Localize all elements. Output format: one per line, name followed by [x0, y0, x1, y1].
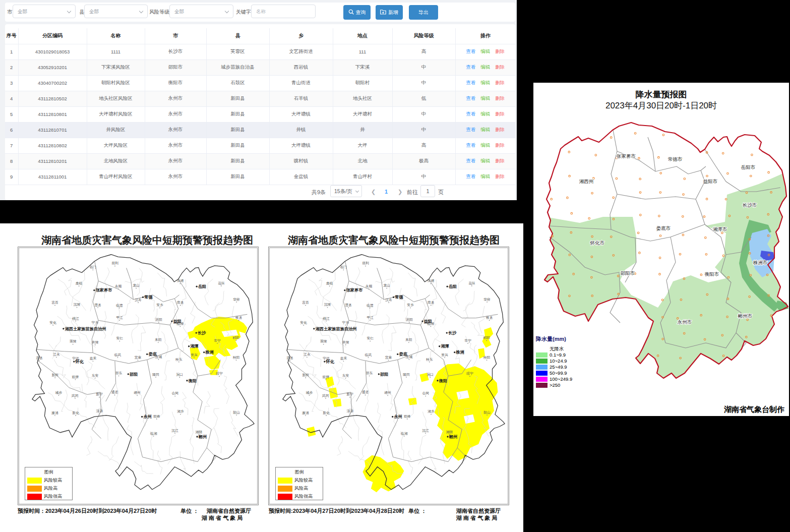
svg-text:安仁: 安仁	[116, 336, 123, 340]
svg-text:安化: 安化	[49, 321, 56, 325]
svg-text:石门: 石门	[89, 265, 96, 269]
svg-text:会同: 会同	[422, 391, 429, 395]
svg-text:炎陵: 炎陵	[92, 340, 99, 344]
svg-text:永州市: 永州市	[677, 319, 692, 325]
svg-text:岳阳: 岳阳	[198, 284, 206, 289]
svg-text:溆浦: 溆浦	[302, 411, 309, 415]
svg-text:临武: 临武	[114, 353, 121, 357]
svg-text:靖州: 靖州	[134, 391, 141, 394]
svg-text:华容: 华容	[233, 298, 240, 302]
svg-text:娄底市: 娄底市	[656, 225, 671, 231]
svg-text:城步: 城步	[55, 391, 63, 395]
svg-text:隆回: 隆回	[403, 373, 410, 377]
svg-text:娄底: 娄底	[399, 351, 407, 357]
svg-text:韶山: 韶山	[232, 410, 240, 415]
svg-text:慈利: 慈利	[111, 261, 118, 265]
svg-text:汉寿: 汉寿	[135, 298, 142, 302]
svg-text:浏阳: 浏阳	[405, 318, 413, 322]
svg-text:邵阳市: 邵阳市	[621, 270, 635, 276]
svg-text:湘潭市: 湘潭市	[713, 226, 727, 232]
svg-text:常宁: 常宁	[464, 339, 471, 342]
svg-text:江永: 江永	[303, 352, 311, 357]
svg-text:邵东: 邵东	[366, 371, 373, 375]
svg-text:保靖: 保靖	[177, 279, 184, 282]
svg-text:花垣: 花垣	[218, 281, 225, 285]
svg-text:衡阳市: 衡阳市	[705, 271, 719, 277]
svg-text:澧县: 澧县	[345, 303, 352, 307]
svg-text:长沙: 长沙	[448, 330, 457, 335]
svg-text:隆回: 隆回	[152, 373, 159, 377]
svg-text:溆浦: 溆浦	[51, 411, 58, 415]
svg-text:临澧: 临澧	[116, 304, 123, 308]
svg-text:桂阳: 桂阳	[232, 356, 240, 360]
svg-text:沅江: 沅江	[171, 429, 178, 433]
svg-text:炎陵: 炎陵	[342, 340, 349, 344]
svg-text:桑植: 桑植	[326, 281, 333, 285]
svg-text:沅陵: 沅陵	[324, 303, 331, 307]
svg-text:宁乡: 宁乡	[92, 321, 99, 325]
svg-text:安化: 安化	[300, 321, 307, 325]
svg-text:娄底: 娄底	[148, 351, 157, 357]
svg-text:郴州: 郴州	[449, 435, 457, 439]
svg-text:长沙: 长沙	[198, 330, 206, 335]
svg-text:宜章: 宜章	[135, 356, 142, 359]
svg-text:沅陵: 沅陵	[74, 303, 81, 307]
svg-text:资兴: 资兴	[191, 353, 198, 357]
svg-text:洞口: 洞口	[176, 373, 184, 377]
svg-text:通道: 通道	[111, 390, 118, 394]
svg-text:华容: 华容	[483, 298, 491, 302]
svg-text:益阳市: 益阳市	[703, 179, 718, 184]
svg-text:湘西土家族苗族自治州: 湘西土家族苗族自治州	[315, 326, 357, 331]
svg-text:资兴: 资兴	[441, 353, 448, 357]
svg-text:新宁: 新宁	[96, 392, 103, 396]
svg-text:株洲: 株洲	[455, 350, 464, 354]
svg-text:武冈: 武冈	[71, 394, 79, 398]
svg-text:安乡: 安乡	[407, 303, 414, 307]
svg-text:城步: 城步	[306, 391, 313, 395]
svg-text:衡阳: 衡阳	[188, 379, 197, 383]
svg-text:郴州: 郴州	[198, 435, 207, 439]
svg-text:南县: 南县	[428, 301, 435, 304]
svg-text:临武: 临武	[365, 353, 372, 357]
svg-text:平江: 平江	[367, 316, 374, 320]
svg-text:茶陵: 茶陵	[320, 339, 327, 343]
svg-text:吉首: 吉首	[302, 301, 309, 305]
svg-text:长沙市: 长沙市	[743, 202, 757, 208]
svg-text:邵阳: 邵阳	[380, 372, 388, 377]
svg-text:湘阴: 湘阴	[196, 430, 203, 434]
svg-text:新化: 新化	[72, 411, 79, 415]
svg-text:洞口: 洞口	[427, 373, 434, 377]
svg-text:嘉禾: 嘉禾	[340, 357, 347, 361]
svg-text:平江: 平江	[116, 316, 123, 320]
svg-text:桂阳: 桂阳	[483, 356, 491, 360]
svg-text:郴州市: 郴州市	[738, 313, 753, 319]
svg-text:花垣: 花垣	[468, 281, 475, 285]
svg-text:耒阳: 耒阳	[155, 338, 162, 342]
svg-text:桂东: 桂东	[426, 358, 433, 362]
svg-text:永州: 永州	[143, 414, 151, 419]
svg-text:龙山: 龙山	[133, 283, 140, 287]
svg-text:双峰: 双峰	[404, 415, 411, 418]
svg-text:东安: 东安	[92, 374, 99, 377]
svg-text:双峰: 双峰	[153, 415, 160, 418]
svg-text:新宁: 新宁	[346, 392, 353, 396]
svg-text:邵东: 邵东	[115, 371, 123, 375]
svg-text:慈利: 慈利	[362, 261, 369, 265]
svg-text:涟源: 涟源	[96, 409, 103, 413]
svg-text:茶陵: 茶陵	[70, 339, 77, 343]
svg-text:新田: 新田	[302, 373, 309, 377]
svg-text:绥宁: 绥宁	[466, 372, 473, 375]
svg-text:张家界市: 张家界市	[346, 287, 363, 292]
svg-text:桂东: 桂东	[175, 358, 183, 362]
svg-text:汉寿: 汉寿	[385, 298, 392, 302]
svg-text:武冈: 武冈	[322, 394, 329, 398]
svg-text:新田: 新田	[51, 373, 58, 377]
svg-text:怀化: 怀化	[75, 360, 84, 364]
svg-text:怀化市: 怀化市	[590, 240, 605, 246]
svg-text:宜章: 宜章	[385, 356, 392, 359]
svg-text:湘阴: 湘阴	[446, 430, 453, 434]
svg-text:常宁: 常宁	[214, 339, 221, 342]
svg-text:南县: 南县	[177, 301, 184, 304]
svg-text:湘乡: 湘乡	[428, 409, 435, 413]
svg-text:祁阳: 祁阳	[483, 336, 491, 340]
